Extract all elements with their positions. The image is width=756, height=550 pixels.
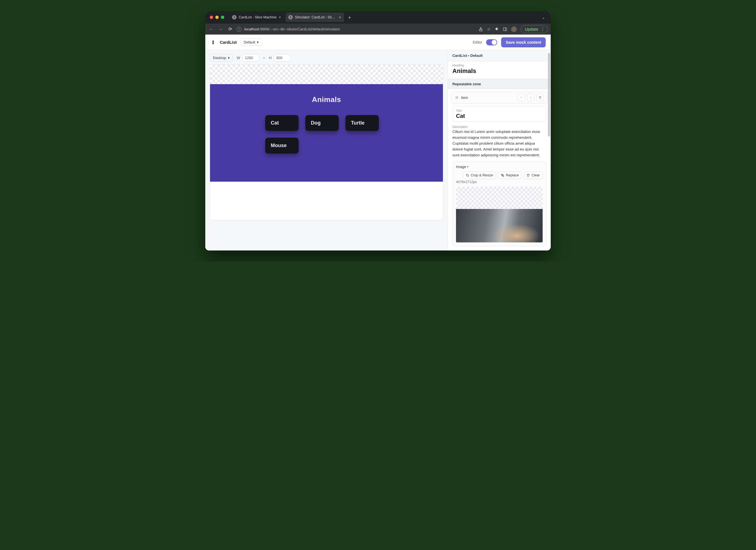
description-field-value[interactable]: Cillum nisi id Lorem anim voluptate exer… bbox=[452, 129, 546, 158]
minimize-window-icon[interactable] bbox=[215, 16, 219, 19]
editor-sidebar: CardList • Default Heading Animals Repea… bbox=[448, 50, 551, 250]
browser-toolbar: ← → ⟳ i localhost:9999/.--src--lib--slic… bbox=[205, 23, 551, 35]
image-thumbnail bbox=[456, 209, 543, 242]
tab-menu-button[interactable]: ⌄ bbox=[539, 15, 548, 20]
preview-card: Mouse bbox=[265, 138, 299, 154]
preview-cards: Cat Dog Turtle Mouse bbox=[265, 115, 388, 154]
repeatable-item-header[interactable]: Item ↑ ↓ bbox=[451, 91, 547, 104]
crop-resize-label: Crop & Resize bbox=[471, 173, 493, 177]
profile-avatar[interactable] bbox=[511, 26, 517, 32]
crop-resize-button[interactable]: Crop & Resize bbox=[463, 172, 496, 179]
maximize-window-icon[interactable] bbox=[221, 16, 224, 19]
slice-machine-favicon-icon bbox=[288, 15, 293, 20]
close-icon[interactable]: × bbox=[339, 15, 341, 20]
image-preview[interactable] bbox=[456, 187, 543, 242]
back-icon[interactable]: ← bbox=[208, 27, 214, 32]
list-icon bbox=[455, 96, 459, 99]
site-info-icon[interactable]: i bbox=[236, 27, 242, 32]
heading-field-label: Heading bbox=[452, 64, 546, 67]
preview-heading: Animals bbox=[312, 95, 341, 104]
preview-column: Desktop ▾ W × H Animals bbox=[205, 50, 448, 250]
width-group: W bbox=[237, 54, 259, 62]
editor-toggle-label: Editor bbox=[473, 40, 482, 44]
url-host: localhost:9999/.--src--lib--slices/CardL… bbox=[244, 27, 340, 31]
move-up-button[interactable]: ↑ bbox=[518, 94, 525, 101]
chevron-down-icon: ▾ bbox=[228, 56, 230, 60]
page-title: CardList bbox=[220, 40, 237, 45]
kebab-menu-icon[interactable]: ⋮ bbox=[540, 27, 545, 31]
clear-label: Clear bbox=[531, 173, 540, 177]
svg-rect-1 bbox=[503, 28, 507, 31]
slice-preview: Animals Cat Dog Turtle Mouse bbox=[210, 84, 443, 182]
app: CardList Default ▾ Editor Save mock cont… bbox=[205, 35, 551, 250]
description-field-label: Description bbox=[452, 125, 546, 128]
tab-label: CardList - Slice Machine bbox=[239, 15, 276, 19]
device-select-label: Desktop bbox=[213, 56, 226, 60]
update-button[interactable]: Update ⋮ bbox=[521, 25, 548, 33]
description-field[interactable]: Description Cillum nisi id Lorem anim vo… bbox=[452, 125, 546, 158]
height-label: H bbox=[269, 56, 272, 60]
extensions-icon[interactable] bbox=[494, 27, 499, 31]
title-field-label: Title bbox=[456, 109, 543, 112]
chevron-down-icon: ▾ bbox=[257, 40, 259, 44]
close-icon[interactable]: × bbox=[279, 15, 281, 20]
editor-toggle[interactable] bbox=[486, 39, 497, 45]
repeatable-zone-header: Repeatable zone bbox=[448, 79, 551, 89]
clear-button[interactable]: Clear bbox=[524, 172, 543, 179]
height-input[interactable] bbox=[274, 54, 291, 62]
image-field: Image • Crop & Resize bbox=[452, 162, 546, 246]
dimension-bar: Desktop ▾ W × H bbox=[210, 54, 443, 62]
brand-icon bbox=[210, 40, 216, 45]
window: CardList - Slice Machine × Simulator: Ca… bbox=[205, 11, 551, 250]
reload-icon[interactable]: ⟳ bbox=[227, 26, 233, 32]
preview-card: Turtle bbox=[345, 115, 379, 131]
delete-item-button[interactable] bbox=[536, 94, 544, 101]
times-separator: × bbox=[263, 56, 265, 60]
heading-field-value[interactable]: Animals bbox=[452, 67, 546, 75]
move-down-button[interactable]: ↓ bbox=[527, 94, 534, 101]
crop-icon bbox=[466, 174, 469, 177]
traffic-lights bbox=[210, 16, 224, 19]
image-dimensions: 4076x2712px bbox=[456, 180, 543, 184]
heading-field[interactable]: Heading Animals bbox=[448, 61, 551, 79]
scrollbar[interactable] bbox=[548, 53, 550, 137]
device-select[interactable]: Desktop ▾ bbox=[210, 54, 233, 62]
replace-label: Replace bbox=[506, 173, 519, 177]
bookmark-icon[interactable]: ☆ bbox=[487, 27, 491, 32]
svg-rect-7 bbox=[503, 175, 504, 176]
title-field[interactable]: Title Cat bbox=[452, 106, 546, 122]
height-group: H bbox=[269, 54, 291, 62]
variant-select[interactable]: Default ▾ bbox=[241, 38, 262, 46]
tab-label: Simulator: CardList - Slice Mac bbox=[295, 15, 337, 19]
svg-rect-6 bbox=[501, 174, 503, 175]
new-tab-button[interactable]: ＋ bbox=[346, 13, 353, 21]
preview-card: Dog bbox=[305, 115, 339, 131]
address-bar[interactable]: i localhost:9999/.--src--lib--slices/Car… bbox=[236, 25, 475, 33]
item-label: Item bbox=[461, 96, 515, 100]
sidepanel-icon[interactable] bbox=[503, 27, 507, 31]
save-mock-content-button[interactable]: Save mock content bbox=[501, 37, 546, 47]
preview-canvas[interactable]: Animals Cat Dog Turtle Mouse bbox=[210, 64, 443, 220]
browser-chrome: CardList - Slice Machine × Simulator: Ca… bbox=[205, 11, 551, 35]
breadcrumb: CardList • Default bbox=[448, 50, 551, 61]
replace-icon bbox=[501, 174, 504, 177]
title-field-value[interactable]: Cat bbox=[456, 113, 543, 119]
preview-blank-area bbox=[210, 182, 443, 220]
width-label: W bbox=[237, 56, 240, 60]
tab-strip: CardList - Slice Machine × Simulator: Ca… bbox=[205, 11, 551, 23]
slice-machine-favicon-icon bbox=[232, 15, 236, 20]
share-icon[interactable] bbox=[479, 27, 483, 31]
workspace: Desktop ▾ W × H Animals bbox=[205, 50, 551, 250]
toolbar-actions: ☆ Update ⋮ bbox=[479, 25, 548, 33]
width-input[interactable] bbox=[242, 54, 259, 62]
forward-icon[interactable]: → bbox=[218, 27, 224, 32]
image-field-label: Image • bbox=[456, 165, 468, 169]
replace-button[interactable]: Replace bbox=[498, 172, 521, 179]
trash-icon bbox=[526, 174, 530, 177]
tab-simulator[interactable]: Simulator: CardList - Slice Mac × bbox=[286, 13, 344, 22]
repeatable-item-body: Title Cat Description Cillum nisi id Lor… bbox=[448, 104, 551, 250]
close-window-icon[interactable] bbox=[210, 16, 213, 19]
variant-select-label: Default bbox=[244, 40, 255, 44]
app-header: CardList Default ▾ Editor Save mock cont… bbox=[205, 35, 551, 50]
tab-cardlist[interactable]: CardList - Slice Machine × bbox=[229, 13, 284, 22]
